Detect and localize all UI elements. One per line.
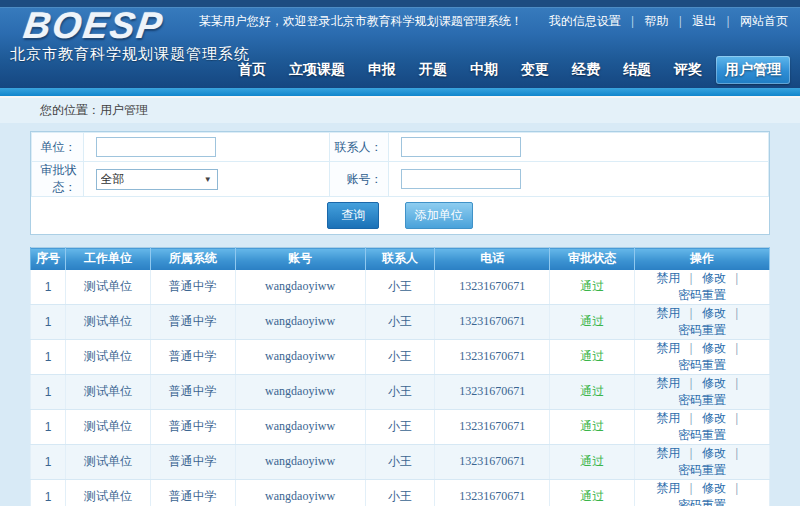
approval-status-select[interactable]: 全部: [96, 169, 218, 190]
table-row: 1测试单位普通中学wangdaoyiww小王13231670671通过禁用｜修改…: [31, 270, 770, 305]
nav-item-change[interactable]: 变更: [512, 56, 558, 84]
cell-status: 通过: [550, 304, 635, 339]
nav-item-awards[interactable]: 评奖: [665, 56, 711, 84]
action-separator: ｜: [731, 341, 743, 355]
action-disable[interactable]: 禁用: [656, 411, 680, 425]
cell-contact: 小王: [365, 270, 435, 305]
approval-status-select-wrap: 全部 ▼: [96, 169, 218, 190]
status-badge: 通过: [580, 279, 604, 293]
column-header: 电话: [435, 248, 550, 270]
user-links: 我的信息设置｜帮助｜退出｜网站首页: [549, 13, 788, 30]
search-panel: 单位： 联系人： 审批状态： 全部 ▼ 账号: [30, 131, 770, 235]
action-reset-password[interactable]: 密码重置: [678, 358, 726, 372]
action-reset-password[interactable]: 密码重置: [678, 323, 726, 337]
account-input[interactable]: [401, 169, 521, 189]
table-row: 1测试单位普通中学wangdaoyiww小王13231670671通过禁用｜修改…: [31, 479, 770, 506]
nav-item-midterm[interactable]: 中期: [461, 56, 507, 84]
blue-strip: [0, 88, 800, 96]
contact-input[interactable]: [401, 137, 521, 157]
action-separator: ｜: [731, 271, 743, 285]
content-area: 单位： 联系人： 审批状态： 全部 ▼ 账号: [0, 123, 800, 506]
table-row: 1测试单位普通中学wangdaoyiww小王13231670671通过禁用｜修改…: [31, 339, 770, 374]
cell-actions: 禁用｜修改｜密码重置: [635, 444, 770, 479]
nav-item-funds[interactable]: 经费: [563, 56, 609, 84]
contact-label: 联系人：: [330, 133, 389, 162]
search-form: 单位： 联系人： 审批状态： 全部 ▼ 账号: [31, 132, 769, 234]
action-modify[interactable]: 修改: [702, 446, 726, 460]
add-unit-button[interactable]: 添加单位: [405, 202, 473, 229]
action-disable[interactable]: 禁用: [656, 376, 680, 390]
approval-status-label: 审批状态：: [32, 162, 84, 197]
cell-actions: 禁用｜修改｜密码重置: [635, 270, 770, 305]
cell-actions: 禁用｜修改｜密码重置: [635, 304, 770, 339]
form-buttons-row: 查询 添加单位: [32, 197, 769, 235]
column-header: 工作单位: [65, 248, 150, 270]
boesp-logo: BOESP: [21, 5, 166, 47]
action-modify[interactable]: 修改: [702, 306, 726, 320]
user-link-help[interactable]: 帮助: [644, 14, 668, 28]
welcome-message: 某某用户您好，欢迎登录北京市教育科学规划课题管理系统！: [199, 13, 523, 30]
cell-system: 普通中学: [150, 304, 235, 339]
column-header: 序号: [31, 248, 66, 270]
action-reset-password[interactable]: 密码重置: [678, 288, 726, 302]
action-modify[interactable]: 修改: [702, 341, 726, 355]
cell-account: wangdaoyiww: [235, 374, 365, 409]
status-badge: 通过: [580, 454, 604, 468]
action-reset-password[interactable]: 密码重置: [678, 498, 726, 506]
action-modify[interactable]: 修改: [702, 481, 726, 495]
header-banner: BOESP 北京市教育科学规划课题管理系统 某某用户您好，欢迎登录北京市教育科学…: [0, 0, 800, 88]
nav-item-approved-projects[interactable]: 立项课题: [280, 56, 354, 84]
user-link-site-home[interactable]: 网站首页: [740, 14, 788, 28]
action-separator: ｜: [685, 271, 697, 285]
action-reset-password[interactable]: 密码重置: [678, 393, 726, 407]
action-modify[interactable]: 修改: [702, 411, 726, 425]
unit-input[interactable]: [96, 137, 216, 157]
user-link-logout[interactable]: 退出: [692, 14, 716, 28]
action-separator: ｜: [731, 306, 743, 320]
cell-seq: 1: [31, 374, 66, 409]
user-link-my-info-settings[interactable]: 我的信息设置: [549, 14, 621, 28]
action-modify[interactable]: 修改: [702, 271, 726, 285]
action-disable[interactable]: 禁用: [656, 306, 680, 320]
table-row: 1测试单位普通中学wangdaoyiww小王13231670671通过禁用｜修改…: [31, 304, 770, 339]
column-header: 审批状态: [550, 248, 635, 270]
nav-item-opening[interactable]: 开题: [410, 56, 456, 84]
cell-status: 通过: [550, 270, 635, 305]
breadcrumb-prefix: 您的位置：: [40, 103, 100, 117]
cell-actions: 禁用｜修改｜密码重置: [635, 374, 770, 409]
cell-account: wangdaoyiww: [235, 479, 365, 506]
action-disable[interactable]: 禁用: [656, 271, 680, 285]
cell-account: wangdaoyiww: [235, 339, 365, 374]
nav-item-conclusion[interactable]: 结题: [614, 56, 660, 84]
action-disable[interactable]: 禁用: [656, 481, 680, 495]
cell-phone: 13231670671: [435, 409, 550, 444]
table-header-row: 序号工作单位所属系统账号联系人电话审批状态操作: [31, 248, 770, 270]
units-table: 序号工作单位所属系统账号联系人电话审批状态操作 1测试单位普通中学wangdao…: [30, 247, 770, 506]
cell-account: wangdaoyiww: [235, 409, 365, 444]
cell-system: 普通中学: [150, 374, 235, 409]
cell-account: wangdaoyiww: [235, 444, 365, 479]
action-separator: ｜: [731, 411, 743, 425]
nav-item-user-management[interactable]: 用户管理: [716, 56, 790, 84]
action-modify[interactable]: 修改: [702, 376, 726, 390]
action-disable[interactable]: 禁用: [656, 341, 680, 355]
cell-seq: 1: [31, 339, 66, 374]
query-button[interactable]: 查询: [327, 202, 379, 229]
cell-contact: 小王: [365, 479, 435, 506]
cell-seq: 1: [31, 409, 66, 444]
nav-item-home[interactable]: 首页: [229, 56, 275, 84]
system-name: 北京市教育科学规划课题管理系统: [10, 45, 250, 64]
cell-actions: 禁用｜修改｜密码重置: [635, 479, 770, 506]
action-separator: ｜: [685, 376, 697, 390]
table-body: 1测试单位普通中学wangdaoyiww小王13231670671通过禁用｜修改…: [31, 270, 770, 506]
status-badge: 通过: [580, 419, 604, 433]
action-disable[interactable]: 禁用: [656, 446, 680, 460]
action-reset-password[interactable]: 密码重置: [678, 428, 726, 442]
cell-contact: 小王: [365, 304, 435, 339]
cell-status: 通过: [550, 409, 635, 444]
cell-unit: 测试单位: [65, 444, 150, 479]
cell-unit: 测试单位: [65, 270, 150, 305]
action-reset-password[interactable]: 密码重置: [678, 463, 726, 477]
nav-item-apply[interactable]: 申报: [359, 56, 405, 84]
action-separator: ｜: [685, 481, 697, 495]
